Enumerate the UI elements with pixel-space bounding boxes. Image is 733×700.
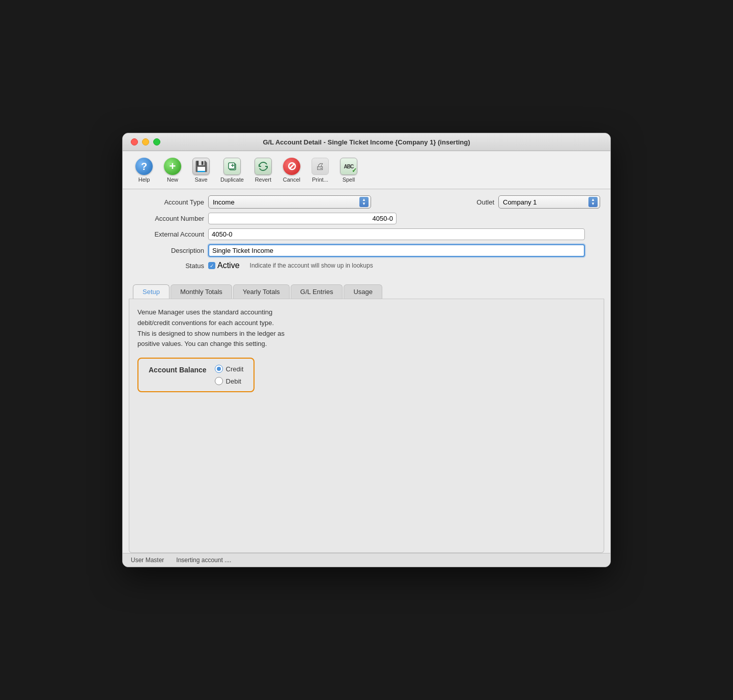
title-bar: G/L Account Detail - Single Ticket Incom…	[123, 133, 610, 151]
tabs-header: Setup Monthly Totals Yearly Totals G/L E…	[129, 280, 604, 299]
spell-icon: ABC ✓	[340, 157, 358, 176]
duplicate-button[interactable]: Duplicate	[216, 155, 248, 185]
account-number-row: Account Number	[133, 213, 600, 224]
credit-radio-dot	[217, 367, 221, 371]
duplicate-icon	[223, 157, 241, 176]
save-icon: 💾	[192, 157, 210, 176]
external-account-label: External Account	[133, 230, 204, 238]
tab-gl-entries[interactable]: G/L Entries	[291, 284, 343, 299]
duplicate-label: Duplicate	[220, 177, 244, 183]
minimize-button[interactable]	[142, 138, 149, 145]
outlet-row: Outlet Company 1 ▲ ▼	[476, 195, 600, 209]
tab-usage[interactable]: Usage	[344, 284, 382, 299]
active-label: Active	[217, 261, 240, 270]
cancel-button[interactable]: ⊘ Cancel	[278, 155, 305, 185]
tab-content: Venue Manager uses the standard accounti…	[129, 299, 604, 553]
account-balance-label: Account Balance	[149, 366, 207, 374]
account-type-label: Account Type	[133, 198, 204, 206]
account-balance-box: Account Balance Credit Debit	[137, 358, 255, 392]
outlet-select[interactable]: Company 1 ▲ ▼	[498, 195, 600, 209]
save-label: Save	[194, 177, 207, 183]
account-number-label: Account Number	[133, 215, 204, 222]
print-icon: 🖨	[311, 157, 329, 176]
print-label: Print...	[312, 177, 328, 183]
spell-button[interactable]: ABC ✓ Spell	[335, 155, 362, 185]
help-button[interactable]: ? Help	[131, 155, 157, 185]
debit-label: Debit	[226, 377, 241, 385]
svg-rect-1	[229, 163, 235, 169]
cancel-label: Cancel	[283, 177, 300, 183]
spell-label: Spell	[343, 177, 355, 183]
cancel-icon: ⊘	[283, 157, 301, 176]
tab-monthly-totals[interactable]: Monthly Totals	[171, 284, 232, 299]
tabs-wrapper: Setup Monthly Totals Yearly Totals G/L E…	[123, 280, 610, 299]
outlet-arrows: ▲ ▼	[588, 197, 598, 207]
status-user: User Master	[131, 557, 164, 564]
account-number-input[interactable]	[208, 213, 397, 224]
save-button[interactable]: 💾 Save	[188, 155, 214, 185]
account-type-select[interactable]: Income ▲ ▼	[208, 195, 371, 209]
revert-icon	[254, 157, 272, 176]
description-row: Description	[133, 244, 600, 257]
status-message: Inserting account ....	[176, 557, 231, 564]
toolbar: ? Help + New 💾 Save	[123, 151, 610, 189]
account-type-row: Account Type Income ▲ ▼ Outlet Company 1…	[133, 195, 600, 209]
revert-button[interactable]: Revert	[250, 155, 276, 185]
zoom-button[interactable]	[153, 138, 160, 145]
outlet-label: Outlet	[476, 198, 494, 206]
description-input[interactable]	[208, 244, 585, 257]
description-label: Description	[133, 247, 204, 254]
status-row: Status ✓ Active Indicate if the account …	[133, 261, 600, 270]
credit-label: Credit	[226, 365, 244, 373]
status-bar: User Master Inserting account ....	[123, 553, 610, 567]
credit-option[interactable]: Credit	[215, 365, 244, 373]
external-account-row: External Account	[133, 228, 600, 240]
traffic-lights	[131, 138, 160, 145]
new-icon: +	[163, 157, 182, 176]
debit-radio[interactable]	[215, 377, 223, 385]
window-title: G/L Account Detail - Single Ticket Incom…	[263, 138, 470, 146]
help-label: Help	[138, 177, 150, 183]
form-area: Account Type Income ▲ ▼ Outlet Company 1…	[123, 189, 610, 280]
active-checkbox[interactable]: ✓ Active	[208, 261, 240, 270]
window: G/L Account Detail - Single Ticket Incom…	[122, 133, 611, 567]
status-label: Status	[133, 262, 204, 270]
radio-group: Credit Debit	[215, 365, 244, 385]
print-button[interactable]: 🖨 Print...	[307, 155, 333, 185]
new-label: New	[167, 177, 178, 183]
debit-option[interactable]: Debit	[215, 377, 244, 385]
close-button[interactable]	[131, 138, 138, 145]
external-account-input[interactable]	[208, 228, 585, 240]
new-button[interactable]: + New	[159, 155, 186, 185]
help-icon: ?	[135, 157, 153, 176]
revert-label: Revert	[255, 177, 271, 183]
credit-radio[interactable]	[215, 365, 223, 373]
tab-yearly-totals[interactable]: Yearly Totals	[233, 284, 290, 299]
outlet-value: Company 1	[503, 198, 586, 206]
checkbox-icon: ✓	[208, 262, 215, 269]
account-type-arrows: ▲ ▼	[359, 197, 369, 207]
status-hint: Indicate if the account will show up in …	[250, 262, 373, 269]
setup-description: Venue Manager uses the standard accounti…	[137, 307, 596, 349]
account-type-value: Income	[213, 198, 357, 206]
tab-setup[interactable]: Setup	[133, 284, 170, 299]
